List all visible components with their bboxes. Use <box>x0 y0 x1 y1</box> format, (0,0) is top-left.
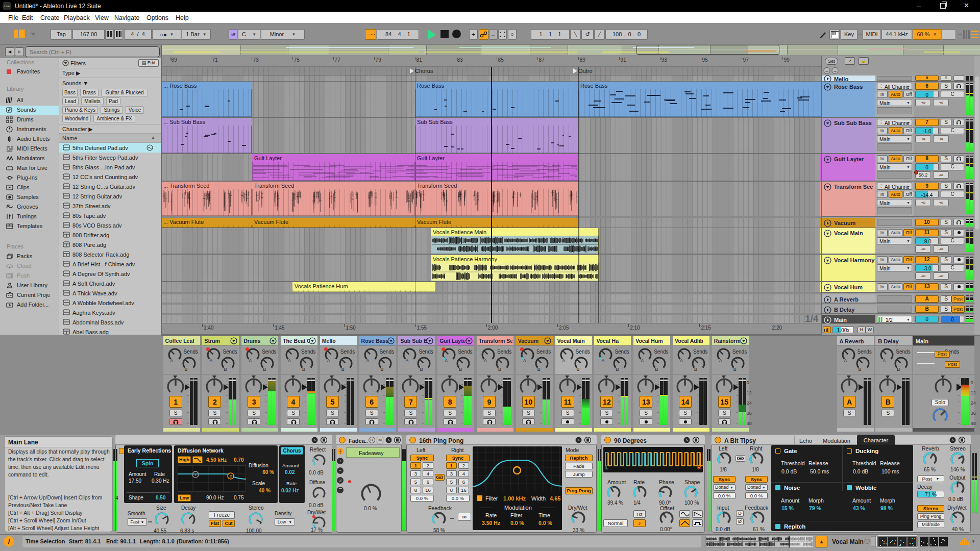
svg-text:2: 2 <box>230 474 232 479</box>
svg-text:←: ← <box>825 68 829 73</box>
svg-text:1: 1 <box>194 472 197 477</box>
svg-text:→: → <box>833 68 838 73</box>
